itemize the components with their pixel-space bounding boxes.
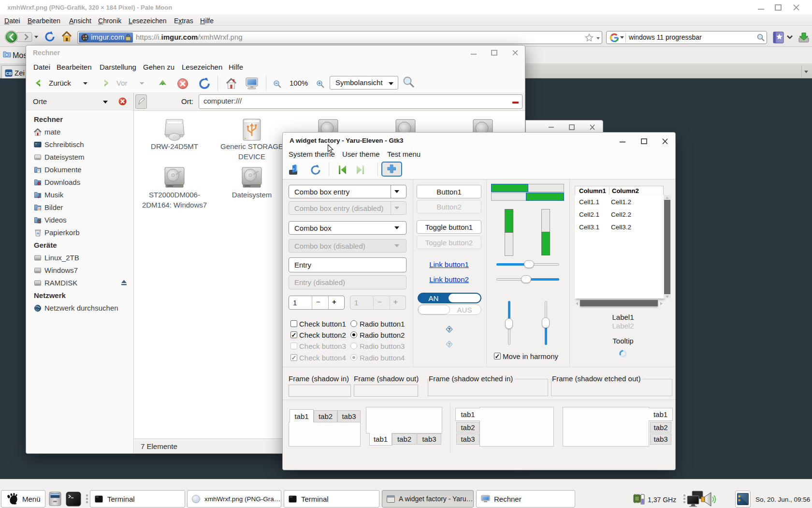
- svg-text:?: ?: [448, 342, 451, 347]
- svg-text:?: ?: [448, 327, 451, 332]
- svg-text:CB: CB: [6, 71, 12, 76]
